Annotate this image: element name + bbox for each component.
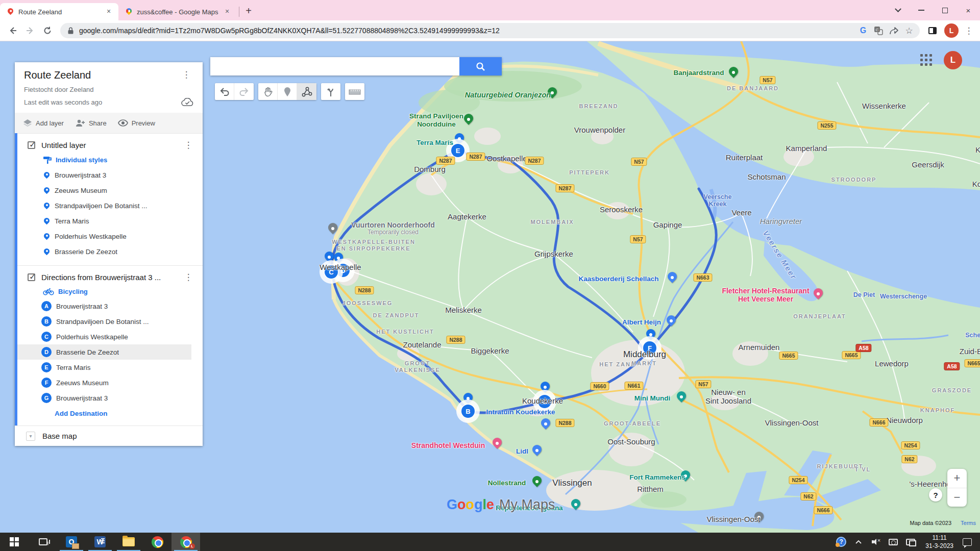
- base-map-row[interactable]: ▾ Base map: [15, 425, 203, 446]
- help-button[interactable]: ?: [929, 488, 942, 502]
- layer-directions: ✓ Directions from Brouwerijstraat 3 ... …: [15, 265, 203, 425]
- translate-button[interactable]: G: [871, 23, 886, 38]
- google-my-maps-watermark: Google My Maps: [447, 497, 555, 513]
- tab-close-icon[interactable]: ×: [223, 7, 232, 16]
- search-button[interactable]: [459, 57, 502, 76]
- zoom-in-button[interactable]: +: [947, 469, 967, 488]
- add-marker-tool-button[interactable]: [278, 83, 297, 100]
- preview-button[interactable]: Preview: [118, 119, 155, 127]
- layer-menu-button[interactable]: ⋮: [181, 140, 195, 151]
- task-view-button[interactable]: [29, 533, 57, 551]
- route-stop-item[interactable]: ETerra Maris: [15, 360, 203, 375]
- account-avatar[interactable]: L: [944, 51, 962, 69]
- tray-volume-muted[interactable]: [868, 533, 884, 551]
- reload-button[interactable]: [39, 22, 56, 39]
- map-label: Oost-Souburg: [607, 437, 655, 446]
- place-list-item[interactable]: Strandpaviljoen De Botanist ...: [15, 198, 203, 213]
- measure-tool-button[interactable]: [345, 83, 364, 100]
- map-label: Fort Rammekens: [629, 473, 685, 482]
- map-label: MARKT: [631, 360, 657, 367]
- tray-citrix[interactable]: [886, 533, 901, 551]
- road-badge: N62: [901, 455, 917, 463]
- map-label: Strand PaviljoenNoordduine: [409, 112, 463, 128]
- back-button[interactable]: [4, 22, 21, 39]
- route-stop-item[interactable]: BStrandpaviljoen De Botanist ...: [15, 314, 203, 329]
- zoom-out-button[interactable]: −: [947, 488, 967, 507]
- undo-button[interactable]: [215, 83, 234, 100]
- layer-checkbox[interactable]: ✓: [28, 273, 35, 281]
- layer-name[interactable]: Untitled layer: [41, 141, 181, 149]
- road-badge: N254: [901, 441, 920, 449]
- layer-menu-button[interactable]: ⋮: [181, 272, 195, 283]
- road-badge: A58: [855, 344, 871, 352]
- layer-checkbox[interactable]: ✓: [28, 141, 35, 149]
- taskbar-file-explorer[interactable]: [114, 533, 143, 551]
- zoom-control: + −: [947, 469, 967, 507]
- place-list-item[interactable]: Terra Maris: [15, 213, 203, 229]
- pan-tool-button[interactable]: [258, 83, 278, 100]
- stop-letter-badge: C: [41, 332, 52, 342]
- google-search-shortcut[interactable]: G: [855, 23, 871, 38]
- place-list-item[interactable]: Brouwerijstraat 3: [15, 167, 203, 183]
- add-layer-button[interactable]: Add layer: [23, 119, 64, 127]
- google-apps-grid-icon[interactable]: [919, 53, 934, 68]
- tab-google-maps[interactable]: zuss&coffee - Google Maps ×: [118, 3, 237, 20]
- map-search-input[interactable]: [210, 57, 459, 76]
- route-stop-item[interactable]: ABrouwerijstraat 3: [15, 298, 203, 314]
- add-directions-button[interactable]: [321, 83, 340, 100]
- tray-help[interactable]: ?: [834, 533, 849, 551]
- forward-button[interactable]: [21, 22, 39, 39]
- taskbar-clock[interactable]: 11:11 31-3-2023: [920, 534, 959, 550]
- add-destination-link[interactable]: Add Destination: [55, 410, 203, 417]
- map-label: ORANJEPLAAT: [793, 313, 846, 320]
- map-label: Veerse Meer: [762, 229, 799, 281]
- place-list-item[interactable]: Polderhuis Westkapelle: [15, 229, 203, 244]
- directions-fork-icon: [326, 87, 336, 97]
- window-menu-button[interactable]: [886, 0, 910, 20]
- share-map-button[interactable]: Share: [75, 119, 107, 127]
- map-menu-button[interactable]: ⋮: [179, 69, 193, 80]
- bookmark-button[interactable]: ☆: [901, 23, 917, 38]
- base-map-expander-icon[interactable]: ▾: [26, 432, 35, 441]
- redo-button[interactable]: [234, 83, 254, 100]
- taskbar-word[interactable]: W: [86, 533, 114, 551]
- map-title[interactable]: Route Zeeland: [24, 69, 179, 81]
- route-marker[interactable]: B: [456, 399, 480, 423]
- tray-show-hidden-icons[interactable]: [851, 533, 866, 551]
- place-list-item[interactable]: Brasserie De Zeezot: [15, 244, 203, 259]
- stop-letter-badge: D: [41, 347, 52, 357]
- terms-link[interactable]: Terms: [961, 520, 976, 526]
- road-badge: N666: [869, 418, 888, 427]
- new-tab-button[interactable]: +: [241, 4, 256, 18]
- taskbar-chrome-profile[interactable]: L: [172, 533, 200, 551]
- share-button[interactable]: [886, 23, 901, 38]
- map-label: DE ZANDPUT: [373, 312, 420, 319]
- action-center-icon[interactable]: [963, 538, 972, 546]
- reload-icon: [43, 26, 52, 35]
- side-panel-button[interactable]: [924, 22, 941, 39]
- maximize-button[interactable]: [933, 0, 957, 20]
- minimize-button[interactable]: [910, 0, 933, 20]
- start-button[interactable]: [0, 533, 29, 551]
- route-stop-item[interactable]: GBrouwerijstraat 3: [15, 390, 203, 406]
- individual-styles-link[interactable]: Individual styles: [43, 156, 203, 164]
- taskbar-outlook[interactable]: O: [57, 533, 86, 551]
- route-stop-item[interactable]: DBrasserie De Zeezot: [15, 344, 191, 360]
- place-list-item[interactable]: Zeeuws Museum: [15, 183, 203, 198]
- map-label: JOOSSESWEG: [342, 300, 393, 307]
- tab-close-icon[interactable]: ×: [104, 7, 113, 16]
- tray-display[interactable]: [903, 533, 918, 551]
- road-badge: N666: [814, 506, 832, 514]
- forward-icon: [26, 26, 35, 35]
- profile-avatar[interactable]: L: [944, 23, 959, 38]
- route-stop-item[interactable]: CPolderhuis Westkapelle: [15, 329, 203, 344]
- draw-line-tool-button[interactable]: [297, 83, 316, 100]
- tab-route-zeeland[interactable]: Route Zeeland ×: [0, 3, 118, 20]
- travel-mode-link[interactable]: Bicycling: [43, 288, 203, 295]
- layer-name[interactable]: Directions from Brouwerijstraat 3 ...: [41, 273, 181, 282]
- route-stop-item[interactable]: FZeeuws Museum: [15, 375, 203, 390]
- browser-menu-button[interactable]: ⋮: [962, 26, 976, 36]
- taskbar-chrome[interactable]: [143, 533, 172, 551]
- address-bar[interactable]: google.com/maps/d/edit?mid=1Tz2mo7W8DGw5…: [60, 23, 920, 38]
- close-window-button[interactable]: ×: [957, 0, 980, 20]
